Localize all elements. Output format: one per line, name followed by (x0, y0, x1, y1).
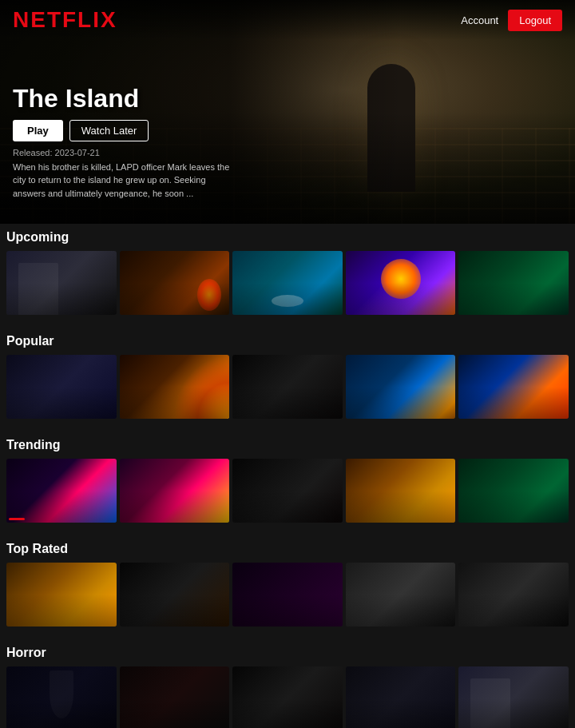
card-hor3[interactable] (232, 666, 343, 728)
card-top3[interactable] (232, 563, 343, 627)
section-title-toprated: Top Rated (6, 542, 569, 556)
card-uc5[interactable] (458, 251, 569, 315)
card-inner-pop5 (458, 355, 569, 419)
card-pop4[interactable] (346, 355, 456, 419)
card-inner-pop2 (120, 355, 230, 419)
card-inner-uc2 (120, 251, 230, 315)
cards-row-trending (6, 459, 569, 523)
card-inner-uc1 (6, 251, 117, 315)
section-popular: Popular (0, 328, 575, 432)
card-inner-hor4 (346, 666, 456, 728)
sections-container: UpcomingPopularTrendingTop RatedHorror (0, 224, 575, 728)
hero-release-date: Released: 2023-07-21 (13, 148, 236, 157)
cards-row-horror (6, 666, 569, 728)
card-inner-uc4 (346, 251, 456, 315)
card-pop1[interactable] (6, 355, 117, 419)
card-uc1[interactable] (6, 251, 117, 315)
account-link[interactable]: Account (461, 14, 498, 26)
card-top5[interactable] (458, 563, 569, 627)
card-inner-uc5 (458, 251, 569, 315)
card-inner-hor5 (458, 666, 569, 728)
trending-indicator (9, 518, 25, 520)
card-inner-pop1 (6, 355, 117, 419)
section-upcoming: Upcoming (0, 224, 575, 328)
card-inner-tr2 (120, 459, 230, 523)
card-top1[interactable] (6, 563, 117, 627)
card-uc4[interactable] (346, 251, 456, 315)
card-tr3[interactable] (232, 459, 343, 523)
header: NETFLIX Account Logout (0, 0, 575, 40)
section-title-upcoming: Upcoming (6, 230, 569, 245)
section-horror: Horror (0, 639, 575, 728)
hero-content: The Island Play Watch Later Released: 20… (13, 84, 236, 201)
play-button[interactable]: Play (13, 120, 63, 141)
card-inner-hor3 (232, 666, 343, 728)
card-uc3[interactable] (232, 251, 343, 315)
card-hor4[interactable] (346, 666, 456, 728)
section-trending: Trending (0, 432, 575, 535)
card-inner-tr1 (6, 459, 117, 523)
hero-description: When his brother is killed, LAPD officer… (13, 161, 236, 201)
card-inner-hor1 (6, 666, 117, 728)
card-pop3[interactable] (232, 355, 343, 419)
card-pop2[interactable] (120, 355, 230, 419)
card-pop5[interactable] (458, 355, 569, 419)
card-tr5[interactable] (458, 459, 569, 523)
card-inner-hor2 (120, 666, 230, 728)
card-hor2[interactable] (120, 666, 230, 728)
card-inner-uc3 (232, 251, 343, 315)
watch-later-button[interactable]: Watch Later (69, 120, 149, 141)
netflix-logo: NETFLIX (13, 7, 117, 33)
card-tr1[interactable] (6, 459, 117, 523)
card-inner-top5 (458, 563, 569, 627)
card-inner-pop4 (346, 355, 456, 419)
card-uc2[interactable] (120, 251, 230, 315)
card-inner-pop3 (232, 355, 343, 419)
cards-row-toprated (6, 563, 569, 627)
header-right: Account Logout (461, 10, 562, 31)
section-title-trending: Trending (6, 438, 569, 452)
cards-row-upcoming (6, 251, 569, 315)
card-inner-top1 (6, 563, 117, 627)
card-hor5[interactable] (458, 666, 569, 728)
card-hor1[interactable] (6, 666, 117, 728)
card-inner-tr3 (232, 459, 343, 523)
card-top4[interactable] (346, 563, 456, 627)
card-inner-tr4 (346, 459, 456, 523)
section-title-popular: Popular (6, 334, 569, 348)
card-inner-tr5 (458, 459, 569, 523)
section-title-horror: Horror (6, 646, 569, 660)
card-tr4[interactable] (346, 459, 456, 523)
card-inner-top3 (232, 563, 343, 627)
card-inner-top4 (346, 563, 456, 627)
section-toprated: Top Rated (0, 535, 575, 639)
hero-buttons: Play Watch Later (13, 120, 236, 141)
card-top2[interactable] (120, 563, 230, 627)
card-inner-top2 (120, 563, 230, 627)
hero-title: The Island (13, 84, 236, 113)
card-tr2[interactable] (120, 459, 230, 523)
logout-button[interactable]: Logout (508, 10, 562, 31)
cards-row-popular (6, 355, 569, 419)
